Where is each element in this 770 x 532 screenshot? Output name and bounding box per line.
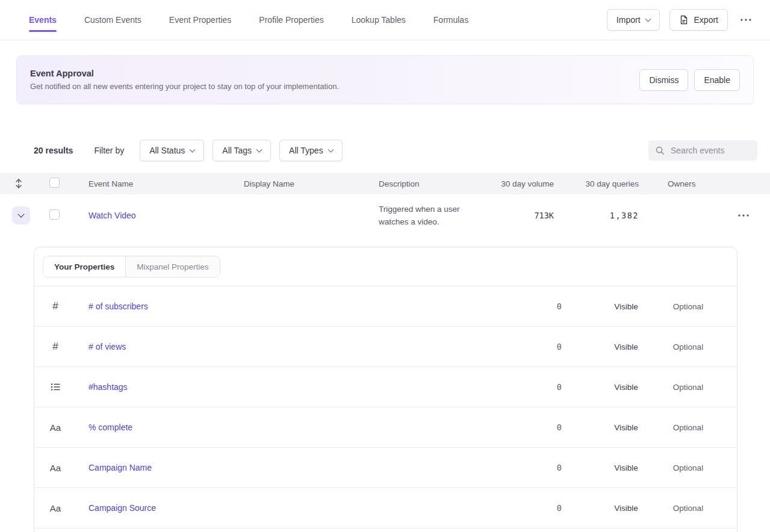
property-visibility: Visible bbox=[593, 342, 659, 351]
chevron-down-icon bbox=[17, 211, 24, 217]
banner-actions: Dismiss Enable bbox=[639, 69, 740, 91]
column-header-display-name[interactable]: Display Name bbox=[244, 179, 379, 188]
chevron-down-icon bbox=[190, 147, 196, 153]
property-row: % complete 0 Visible Optional bbox=[34, 407, 737, 448]
types-filter-dropdown[interactable]: All Types bbox=[279, 140, 343, 161]
collapse-all-icon[interactable] bbox=[14, 178, 23, 189]
text-icon bbox=[46, 422, 64, 433]
search-events-box[interactable] bbox=[648, 140, 757, 161]
property-name-link[interactable]: Campaign Source bbox=[88, 503, 489, 513]
collapse-row-button[interactable] bbox=[12, 206, 30, 224]
property-row: # of subscribers 0 Visible Optional bbox=[34, 286, 737, 327]
column-header-queries[interactable]: 30 day queries bbox=[585, 179, 639, 188]
property-status: Optional bbox=[659, 463, 717, 472]
import-button-label: Import bbox=[616, 15, 641, 25]
list-icon bbox=[46, 383, 64, 391]
export-button[interactable]: Export bbox=[669, 9, 728, 31]
filter-by-label: Filter by bbox=[94, 146, 124, 155]
banner-description: Get notified on all new events entering … bbox=[30, 82, 339, 91]
tab-lookup-tables[interactable]: Lookup Tables bbox=[352, 0, 406, 40]
property-rows: # of subscribers 0 Visible Optional # of… bbox=[34, 286, 737, 528]
number-icon bbox=[46, 341, 64, 353]
export-button-label: Export bbox=[694, 15, 718, 25]
tab-formulas[interactable]: Formulas bbox=[433, 0, 468, 40]
status-filter-dropdown[interactable]: All Status bbox=[140, 140, 204, 161]
chevron-down-icon bbox=[645, 16, 651, 22]
property-name-link[interactable]: # of subscribers bbox=[88, 302, 489, 311]
property-status: Optional bbox=[659, 423, 717, 432]
property-status: Optional bbox=[659, 383, 717, 392]
properties-tab-group: Your Properties Mixpanel Properties bbox=[43, 256, 220, 277]
dismiss-button[interactable]: Dismiss bbox=[639, 69, 688, 91]
enable-button[interactable]: Enable bbox=[694, 69, 740, 91]
top-navigation: Events Custom Events Event Properties Pr… bbox=[0, 0, 770, 40]
properties-tabs-bar: Your Properties Mixpanel Properties bbox=[34, 247, 737, 286]
types-filter-label: All Types bbox=[289, 146, 323, 155]
row-checkbox[interactable] bbox=[49, 209, 60, 220]
search-events-input[interactable] bbox=[669, 145, 751, 156]
property-row: Campaign Source 0 Visible Optional bbox=[34, 488, 737, 528]
property-row: # of views 0 Visible Optional bbox=[34, 327, 737, 367]
table-header: Event Name Display Name Description 30 d… bbox=[0, 173, 770, 194]
export-icon bbox=[679, 15, 689, 25]
filter-row: 20 results Filter by All Status All Tags… bbox=[0, 140, 770, 161]
column-header-owners[interactable]: Owners bbox=[639, 179, 716, 188]
property-count: 0 bbox=[489, 503, 562, 513]
row-more-icon[interactable] bbox=[735, 207, 752, 224]
more-menu-icon[interactable] bbox=[737, 11, 754, 28]
property-row: #hashtags 0 Visible Optional bbox=[34, 367, 737, 407]
results-count: 20 results bbox=[34, 146, 73, 155]
number-icon bbox=[46, 300, 64, 312]
tab-event-properties[interactable]: Event Properties bbox=[169, 0, 232, 40]
property-visibility: Visible bbox=[593, 423, 659, 432]
event-approval-banner: Event Approval Get notified on all new e… bbox=[16, 55, 754, 104]
select-all-checkbox[interactable] bbox=[49, 178, 60, 188]
property-count: 0 bbox=[489, 422, 562, 432]
search-icon bbox=[655, 146, 665, 155]
event-row: Watch Video Triggered when a user watche… bbox=[0, 194, 770, 237]
tab-your-properties[interactable]: Your Properties bbox=[43, 256, 125, 277]
property-count: 0 bbox=[489, 302, 562, 311]
nav-actions: Import Export bbox=[607, 0, 754, 40]
event-queries: 1,382 bbox=[610, 211, 639, 220]
nav-tabs: Events Custom Events Event Properties Pr… bbox=[29, 0, 468, 40]
banner-text: Event Approval Get notified on all new e… bbox=[30, 69, 339, 91]
text-icon bbox=[46, 503, 64, 513]
banner-title: Event Approval bbox=[30, 69, 339, 78]
tab-events[interactable]: Events bbox=[29, 0, 57, 40]
event-name-link[interactable]: Watch Video bbox=[88, 211, 136, 220]
property-count: 0 bbox=[489, 342, 562, 351]
tags-filter-dropdown[interactable]: All Tags bbox=[213, 140, 271, 161]
column-header-event-name[interactable]: Event Name bbox=[88, 179, 244, 188]
property-row: Campaign Name 0 Visible Optional bbox=[34, 448, 737, 488]
property-visibility: Visible bbox=[593, 383, 659, 392]
property-name-link[interactable]: #hashtags bbox=[88, 382, 489, 392]
property-name-link[interactable]: # of views bbox=[88, 342, 489, 351]
property-visibility: Visible bbox=[593, 463, 659, 472]
column-header-description[interactable]: Description bbox=[379, 179, 476, 188]
status-filter-label: All Status bbox=[149, 146, 185, 155]
property-status: Optional bbox=[659, 504, 717, 513]
tab-mixpanel-properties[interactable]: Mixpanel Properties bbox=[125, 256, 219, 277]
property-count: 0 bbox=[489, 382, 562, 392]
import-button[interactable]: Import bbox=[607, 9, 660, 31]
tags-filter-label: All Tags bbox=[222, 146, 252, 155]
text-icon bbox=[46, 463, 64, 473]
chevron-down-icon bbox=[328, 147, 334, 153]
property-status: Optional bbox=[659, 302, 717, 311]
tab-profile-properties[interactable]: Profile Properties bbox=[259, 0, 323, 40]
property-visibility: Visible bbox=[593, 302, 659, 311]
tab-custom-events[interactable]: Custom Events bbox=[84, 0, 141, 40]
properties-panel: Your Properties Mixpanel Properties # of… bbox=[34, 247, 737, 532]
event-description: Triggered when a user watches a video. bbox=[379, 203, 476, 228]
property-visibility: Visible bbox=[593, 504, 659, 513]
property-count: 0 bbox=[489, 463, 562, 472]
event-volume: 713K bbox=[534, 211, 554, 220]
property-status: Optional bbox=[659, 342, 717, 351]
property-name-link[interactable]: Campaign Name bbox=[88, 463, 489, 472]
property-name-link[interactable]: % complete bbox=[88, 422, 489, 432]
column-header-volume[interactable]: 30 day volume bbox=[501, 179, 554, 188]
chevron-down-icon bbox=[256, 147, 262, 153]
